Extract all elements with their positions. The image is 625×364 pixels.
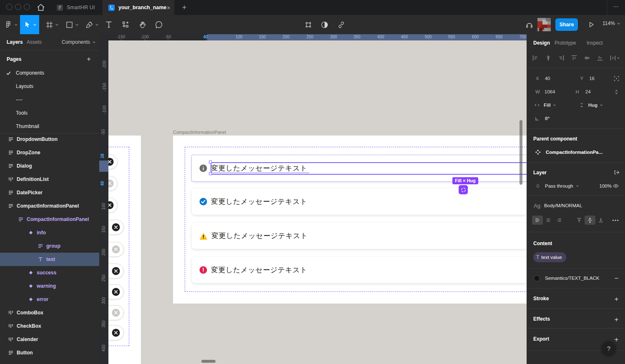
blend-droplet-icon[interactable] [535, 183, 541, 189]
compact-information-panel-success[interactable]: 変更したメッセージテキスト [192, 188, 527, 215]
fill-color-swatch[interactable] [534, 275, 540, 281]
content-property-pill[interactable]: T text value [533, 252, 566, 262]
height-input[interactable]: 24 [585, 89, 591, 94]
help-button[interactable]: ? [602, 341, 616, 355]
vertical-resizing-dropdown[interactable]: Hug [588, 103, 603, 108]
canvas-vertical-scrollbar[interactable] [520, 120, 522, 185]
align-horizontal-center-icon[interactable] [545, 54, 552, 62]
blend-mode-dropdown[interactable]: Pass through [545, 183, 579, 188]
selection-handle[interactable] [209, 172, 212, 175]
layer-row-calender[interactable]: Calender [0, 333, 99, 346]
layer-row-text[interactable]: text [0, 253, 99, 266]
pen-tool-button[interactable] [83, 15, 101, 34]
auto-layout-icon[interactable] [459, 185, 468, 194]
page-item-components[interactable]: Components [0, 66, 99, 80]
text-align-right-icon[interactable] [554, 216, 565, 225]
frame-title-label[interactable]: CompactInformationPanel [173, 130, 226, 135]
layer-row-success[interactable]: success [0, 266, 99, 279]
selection-handle[interactable] [209, 161, 212, 163]
tab-close-icon[interactable]: × [167, 5, 170, 11]
edit-object-button[interactable] [303, 15, 314, 34]
layer-row-info[interactable]: info [0, 226, 99, 239]
tab-assets[interactable]: Assets [27, 39, 42, 45]
tab-layers[interactable]: Layers [7, 39, 23, 45]
distribute-menu-icon[interactable] [609, 54, 620, 62]
link-button[interactable] [336, 15, 346, 34]
titlebar-overflow-menu[interactable]: ⋯ [611, 3, 621, 12]
add-effect-icon[interactable] [612, 315, 621, 324]
layer-row-compactinformationpanel[interactable]: CompactInformationPanel [0, 199, 99, 213]
layer-row-group[interactable]: group [0, 239, 99, 253]
rotation-input[interactable]: 0° [545, 116, 550, 121]
page-item-thumbnail[interactable]: Thumbnail [0, 120, 99, 133]
visibility-eye-icon[interactable] [612, 183, 619, 189]
x-input[interactable]: 40 [545, 76, 550, 81]
present-button[interactable] [585, 15, 597, 34]
window-minimize-button[interactable] [15, 4, 21, 10]
zoom-level-dropdown[interactable]: 114% [602, 20, 620, 26]
window-close-button[interactable] [6, 4, 13, 10]
compact-information-panel-error[interactable]: 変更したメッセージテキスト [192, 257, 527, 283]
text-align-center-icon[interactable] [543, 216, 554, 225]
main-menu-button[interactable] [3, 15, 19, 34]
frame-tool-button[interactable] [43, 15, 61, 34]
horizontal-resizing-dropdown[interactable]: Fill [544, 103, 556, 108]
user-avatar[interactable] [537, 15, 551, 34]
compact-information-panel-warning[interactable]: 変更したメッセージテキスト [192, 223, 527, 249]
shape-tool-button[interactable] [63, 15, 81, 34]
library-dropdown[interactable]: Components [62, 39, 96, 45]
move-tool-button[interactable] [20, 15, 39, 34]
align-vertical-center-icon[interactable] [583, 54, 591, 62]
tab-your-branch-name[interactable]: your_branch_name × [103, 0, 174, 15]
constrain-proportions-icon[interactable] [613, 89, 620, 95]
layer-row-dropzone[interactable]: DropZone [0, 146, 99, 159]
align-top-icon[interactable] [570, 54, 578, 62]
text-options-dots-icon[interactable]: ••• [612, 218, 619, 223]
text-align-left-icon[interactable] [532, 216, 543, 225]
tab-prototype[interactable]: Prototype [555, 40, 576, 46]
new-tab-button[interactable]: + [179, 3, 189, 13]
layer-row-warning[interactable]: warning [0, 279, 99, 293]
y-input[interactable]: 16 [589, 76, 595, 81]
layer-jump-icon[interactable] [613, 169, 620, 176]
layer-row-button[interactable]: Button [0, 346, 99, 359]
fill-row[interactable]: Semantics/TEXT_BLACK [527, 274, 625, 283]
align-right-icon[interactable] [557, 54, 565, 62]
text-tool-button[interactable] [103, 15, 114, 34]
share-button[interactable]: Share [555, 18, 578, 31]
tab-design[interactable]: Design [533, 40, 550, 46]
page-item-tools[interactable]: Tools [0, 106, 99, 120]
hand-tool-button[interactable] [137, 15, 148, 34]
add-stroke-icon[interactable] [612, 294, 621, 304]
opacity-input[interactable]: 100% [600, 183, 612, 188]
page-item-layouts[interactable]: Layouts [0, 80, 99, 93]
layer-row-compactinformationpanel[interactable]: CompactInformationPanel [0, 213, 99, 226]
width-input[interactable]: 1064 [545, 89, 555, 94]
text-valign-top-icon[interactable] [574, 216, 585, 225]
layer-row-checkbox[interactable]: CheckBox [0, 319, 99, 333]
layer-row-datepicker[interactable]: DatePicker [0, 186, 99, 199]
text-style-row[interactable]: Ag Body/M/NORMAL [527, 201, 625, 210]
canvas-horizontal-scrollbar[interactable] [201, 360, 216, 363]
tab-smarthr-ui[interactable]: SmartHR UI [51, 0, 103, 15]
text-valign-middle-icon[interactable] [585, 216, 595, 225]
audio-headphones-icon[interactable] [524, 15, 535, 34]
tab-inspect[interactable]: Inspect [587, 40, 603, 46]
align-left-icon[interactable] [532, 54, 539, 62]
layer-row-error[interactable]: error [0, 293, 99, 306]
canvas[interactable]: CompactInformationPanel 変更したメッセージテキスト変更し… [99, 34, 527, 364]
layer-row-dropdownbutton[interactable]: DropdownButton [0, 134, 99, 146]
frame-alignment-icon[interactable] [613, 75, 620, 82]
align-bottom-icon[interactable] [596, 54, 604, 62]
mask-button[interactable] [319, 15, 330, 34]
remove-fill-icon[interactable] [612, 274, 621, 283]
layer-row-definitionlist[interactable]: DefinitionList [0, 173, 99, 186]
add-page-button[interactable]: + [84, 55, 93, 64]
text-valign-bottom-icon[interactable] [595, 216, 606, 225]
window-zoom-button[interactable] [24, 4, 30, 10]
layer-row-combobox[interactable]: ComboBox [0, 306, 99, 319]
home-icon[interactable] [36, 3, 46, 13]
component-tool-button[interactable] [120, 15, 131, 34]
comment-tool-button[interactable] [153, 15, 165, 34]
page-item-----[interactable]: ---- [0, 93, 99, 106]
